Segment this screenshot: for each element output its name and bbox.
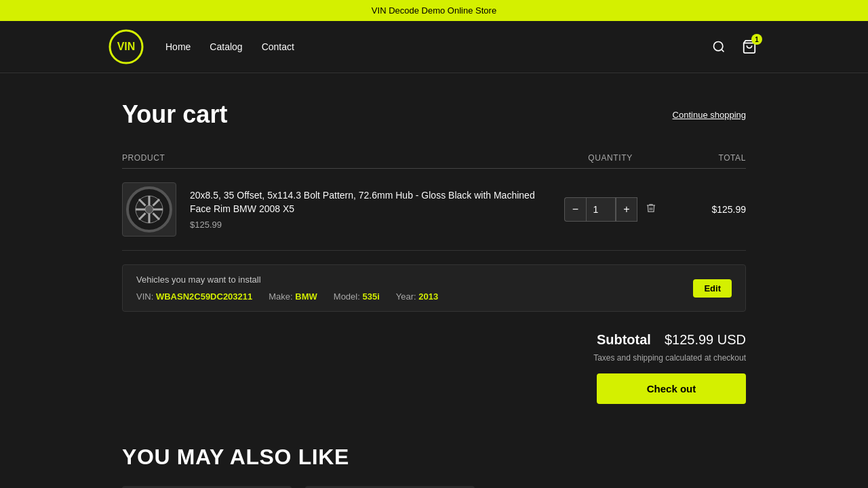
main-nav: Home Catalog Contact [165,41,709,52]
continue-shopping-button[interactable]: Continue shopping [673,110,746,120]
model-value: 535i [362,291,379,302]
site-header: VIN Home Catalog Contact 1 [0,21,868,73]
vin-info: Vehicles you may want to install VIN: WB… [136,274,438,302]
quantity-decrease-button[interactable]: − [564,197,586,222]
cart-header: Your cart Continue shopping [122,100,746,129]
rim-thumbnail [125,186,173,233]
subtotal-section: Subtotal $125.99 USD Taxes and shipping … [122,332,746,404]
vin-label: VIN: WBASN2C59DC203211 [136,291,252,302]
item-price: $125.99 [190,220,556,230]
model-label: Model: 535i [334,291,380,302]
checkout-button[interactable]: Check out [597,373,746,404]
header-actions: 1 [709,37,760,57]
svg-point-7 [145,205,153,214]
trash-icon [646,203,656,214]
cart-badge: 1 [751,34,762,45]
site-logo[interactable]: VIN [108,29,144,64]
search-button[interactable] [709,37,728,56]
search-icon [712,40,726,54]
item-image [122,182,176,237]
cart-table-header: PRODUCT QUANTITY TOTAL [122,148,746,169]
banner-text: VIN Decode Demo Online Store [372,5,496,16]
vin-section-label: Vehicles you may want to install [136,274,438,285]
cart-title: Your cart [122,100,227,129]
item-name: 20x8.5, 35 Offset, 5x114.3 Bolt Pattern,… [190,189,556,216]
also-like-section: YOU MAY ALSO LIKE [122,445,746,488]
tax-note: Taxes and shipping calculated at checkou… [593,353,746,363]
remove-item-button[interactable] [646,203,656,216]
quantity-input[interactable] [586,197,616,222]
main-content: Your cart Continue shopping PRODUCT QUAN… [108,73,760,488]
item-quantity: − + [556,197,665,222]
quantity-increase-button[interactable]: + [616,197,637,222]
col-header-total: TOTAL [665,153,746,163]
subtotal-value: $125.99 USD [665,332,746,348]
col-header-product: PRODUCT [122,153,556,163]
item-total: $125.99 [665,204,746,215]
year-label: Year: 2013 [396,291,438,302]
make-value: BMW [295,291,317,302]
subtotal-label: Subtotal [597,332,651,348]
nav-catalog[interactable]: Catalog [210,41,242,52]
vin-details: VIN: WBASN2C59DC203211 Make: BMW Model: … [136,291,438,302]
also-like-title: YOU MAY ALSO LIKE [122,445,746,470]
edit-vin-button[interactable]: Edit [693,279,732,298]
vin-banner: Vehicles you may want to install VIN: WB… [122,264,746,312]
svg-line-3 [722,49,724,52]
col-header-quantity: QUANTITY [556,153,665,163]
item-info: 20x8.5, 35 Offset, 5x114.3 Bolt Pattern,… [190,189,556,230]
cart-button[interactable]: 1 [739,37,760,57]
svg-text:VIN: VIN [117,41,136,52]
top-banner: VIN Decode Demo Online Store [0,0,868,21]
nav-home[interactable]: Home [165,41,191,52]
svg-point-2 [714,42,723,51]
subtotal-row: Subtotal $125.99 USD [597,332,746,348]
cart-item: 20x8.5, 35 Offset, 5x114.3 Bolt Pattern,… [122,169,746,251]
make-label: Make: BMW [269,291,317,302]
nav-contact[interactable]: Contact [262,41,294,52]
vin-value: WBASN2C59DC203211 [156,291,252,302]
year-value: 2013 [418,291,438,302]
